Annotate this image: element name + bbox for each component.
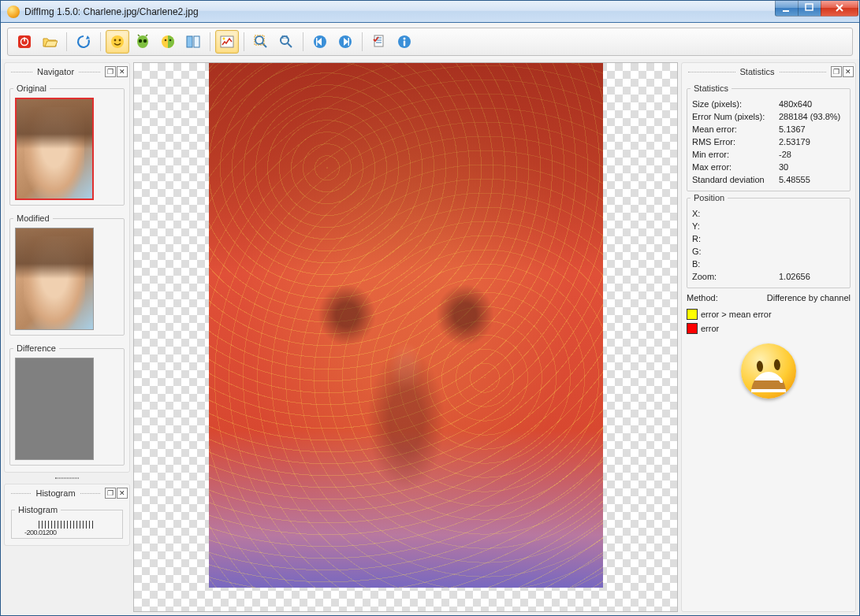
- original-group: Original: [9, 83, 125, 206]
- left-column: Navigator ❐ ✕ Original Modified: [4, 62, 130, 612]
- svg-point-6: [114, 39, 117, 42]
- modified-label: Modified: [13, 213, 53, 223]
- minimize-button[interactable]: [775, 1, 799, 17]
- navigator-close-button[interactable]: ✕: [117, 66, 128, 77]
- show-original-button[interactable]: [106, 30, 129, 54]
- navigator-header: Navigator ❐ ✕: [6, 65, 128, 79]
- next-button[interactable]: [333, 30, 357, 54]
- dual-panel-button[interactable]: [181, 30, 205, 54]
- panel-splitter[interactable]: [4, 476, 130, 481]
- stat-errnum-value: 288184 (93.8%): [779, 112, 845, 121]
- statistics-close-button[interactable]: ✕: [843, 66, 854, 77]
- modified-thumbnail[interactable]: [15, 228, 94, 330]
- histogram-panel: Histogram ❐ ✕ Histogram -200.01200: [4, 484, 130, 546]
- statistics-header: Statistics ❐ ✕: [683, 65, 854, 79]
- svg-point-28: [404, 38, 406, 40]
- stat-errnum-label: Error Num (pixels):: [692, 112, 779, 121]
- pos-b-label: B:: [692, 259, 779, 269]
- stat-mean-value: 5.1367: [779, 124, 845, 134]
- statistics-title: Statistics: [740, 67, 775, 76]
- svg-rect-14: [187, 36, 192, 47]
- refresh-button[interactable]: [72, 30, 95, 54]
- svg-rect-15: [194, 36, 199, 47]
- histogram-header: Histogram ❐ ✕: [6, 486, 128, 500]
- difference-label: Difference: [13, 343, 59, 353]
- pos-zoom-value: 1.02656: [779, 272, 845, 281]
- histogram-float-button[interactable]: ❐: [105, 488, 116, 499]
- titlebar[interactable]: DiffImg 1.5.0: Charlene.jpg/Charlene2.jp…: [1, 1, 859, 23]
- navigator-title: Navigator: [37, 67, 74, 76]
- statistics-group-label: Statistics: [691, 83, 732, 93]
- svg-rect-1: [806, 4, 813, 10]
- statistics-group: Statistics Size (pixels):480x640 Error N…: [687, 83, 851, 191]
- legend-yellow-swatch: [687, 309, 698, 320]
- stat-min-value: -28: [779, 150, 845, 159]
- pos-y-label: Y:: [692, 221, 779, 231]
- navigator-float-button[interactable]: ❐: [105, 66, 116, 77]
- svg-rect-4: [24, 38, 25, 42]
- svg-rect-23: [316, 38, 318, 46]
- position-group: Position X: Y: R: G: B: Zoom:1.02656: [687, 193, 851, 288]
- original-thumbnail[interactable]: [15, 98, 94, 200]
- window-title: DiffImg 1.5.0: Charlene.jpg/Charlene2.jp…: [24, 6, 776, 17]
- modified-group: Modified: [9, 213, 125, 336]
- histogram-close-button[interactable]: ✕: [117, 488, 128, 499]
- show-diff-image-button[interactable]: [215, 30, 239, 54]
- show-difference-button[interactable]: [156, 30, 180, 54]
- stat-max-value: 30: [779, 162, 845, 172]
- stat-size-label: Size (pixels):: [692, 99, 779, 109]
- legend-red-swatch: [687, 323, 698, 334]
- right-column: Statistics ❐ ✕ Statistics Size (pixels):…: [681, 62, 856, 612]
- pos-g-label: G:: [692, 247, 779, 256]
- histogram-group-label: Histogram: [15, 505, 61, 514]
- prev-button[interactable]: [308, 30, 332, 54]
- difference-group: Difference: [9, 343, 125, 466]
- actual-size-button[interactable]: 1:1: [274, 30, 298, 54]
- svg-point-7: [119, 39, 121, 42]
- svg-rect-25: [348, 38, 350, 46]
- svg-rect-0: [783, 10, 789, 12]
- histogram-axis: -200.01200: [24, 529, 117, 536]
- stat-stddev-value: 5.48555: [779, 175, 845, 184]
- original-label: Original: [13, 83, 50, 93]
- pos-zoom-label: Zoom:: [692, 272, 779, 281]
- svg-point-5: [111, 35, 124, 48]
- svg-point-10: [143, 39, 147, 43]
- stat-stddev-label: Standard deviation: [692, 175, 779, 184]
- svg-rect-29: [404, 41, 405, 46]
- about-button[interactable]: [393, 30, 416, 54]
- pos-r-label: R:: [692, 234, 779, 243]
- content-area: Navigator ❐ ✕ Original Modified: [1, 59, 859, 615]
- pos-x-value: [779, 209, 845, 218]
- statistics-body: Statistics Size (pixels):480x640 Error N…: [683, 79, 854, 410]
- stat-min-label: Min error:: [692, 150, 779, 159]
- legend-red-label: error: [701, 324, 719, 333]
- close-button[interactable]: [821, 1, 858, 17]
- navigator-panel: Navigator ❐ ✕ Original Modified: [4, 62, 130, 473]
- position-group-label: Position: [691, 193, 728, 202]
- preferences-button[interactable]: [367, 30, 391, 54]
- statistics-float-button[interactable]: ❐: [831, 66, 842, 77]
- sad-face-icon: [741, 343, 796, 399]
- main-image-view[interactable]: [133, 62, 678, 612]
- toolbar: 1:1: [7, 28, 853, 56]
- difference-thumbnail[interactable]: [15, 358, 94, 460]
- open-button[interactable]: [38, 30, 61, 54]
- histogram-ruler: [39, 521, 94, 529]
- difference-image: [209, 63, 603, 588]
- show-modified-button[interactable]: [131, 30, 155, 54]
- histogram-group: Histogram -200.01200: [11, 505, 123, 539]
- svg-text:1:1: 1:1: [281, 35, 289, 39]
- svg-point-9: [139, 39, 142, 43]
- quit-button[interactable]: [13, 30, 36, 54]
- fit-window-button[interactable]: [249, 30, 273, 54]
- histogram-title: Histogram: [35, 488, 75, 498]
- pos-r-value: [779, 234, 845, 243]
- svg-point-17: [223, 38, 225, 40]
- app-icon: [7, 6, 20, 18]
- maximize-button[interactable]: [798, 1, 821, 17]
- svg-point-13: [169, 39, 172, 42]
- stat-rms-value: 2.53179: [779, 137, 845, 147]
- pos-g-value: [779, 247, 845, 256]
- legend-yellow-label: error > mean error: [701, 310, 772, 319]
